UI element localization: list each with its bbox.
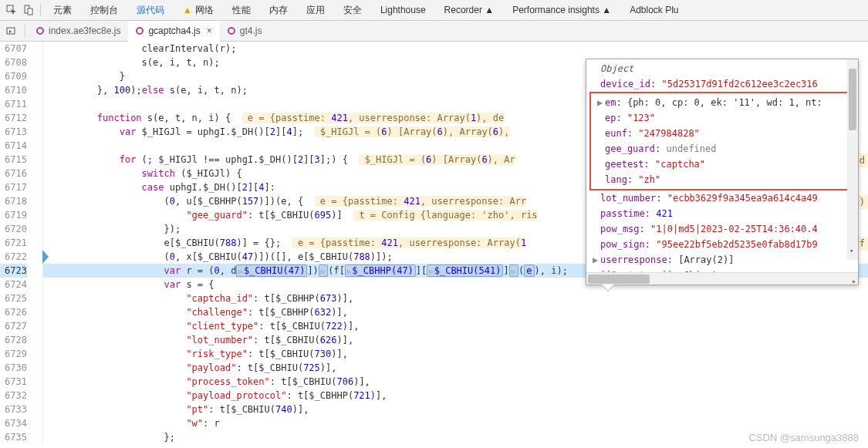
close-icon[interactable]: × <box>207 25 212 36</box>
line-number[interactable]: 6717 <box>0 180 27 194</box>
svg-rect-3 <box>7 28 15 34</box>
object-inspector-popup[interactable]: ▾ Object device_id: "5d25317d91fd2c612ee… <box>586 59 859 285</box>
page-nav-icon[interactable] <box>0 26 22 35</box>
arrow-right-icon[interactable]: ▸ <box>852 274 856 289</box>
tab-Recorder ▲[interactable]: Recorder ▲ <box>435 0 504 21</box>
code-line[interactable]: "challenge": t[$_CBHHP(632)], <box>43 305 868 319</box>
line-number[interactable]: 6734 <box>0 416 27 430</box>
line-number[interactable]: 6732 <box>0 389 27 403</box>
prop-row[interactable]: gee_guard: undefined <box>591 141 853 157</box>
tab-安全[interactable]: 安全 <box>334 0 371 21</box>
tab-Performance insights ▲[interactable]: Performance insights ▲ <box>503 0 620 21</box>
line-number[interactable]: 6710 <box>0 83 27 97</box>
code-line[interactable]: "process_token": t[$_CBHIU(706)], <box>43 375 868 389</box>
line-number[interactable]: 6719 <box>0 208 27 222</box>
file-tab[interactable]: gcaptcha4.js× <box>128 21 219 42</box>
separator <box>40 4 41 16</box>
line-number[interactable]: 6721 <box>0 236 27 250</box>
line-number[interactable]: 6726 <box>0 305 27 319</box>
prop-row[interactable]: eunf: "247984828" <box>591 126 853 141</box>
code-editor: 6707670867096710671167126713671467156716… <box>0 42 868 448</box>
js-file-icon <box>136 27 144 35</box>
js-file-icon <box>228 27 235 35</box>
file-tab-bar: index.ae3fec8e.jsgcaptcha4.js×gt4.js <box>0 21 868 42</box>
highlighted-props: ▶em: {ph: 0, cp: 0, ek: '11', wd: 1, nt:… <box>589 92 855 190</box>
tab-Lighthouse[interactable]: Lighthouse <box>371 0 435 21</box>
line-number[interactable]: 6725 <box>0 291 27 305</box>
line-number[interactable]: 6713 <box>0 125 27 139</box>
code-line[interactable]: "lot_number": t[$_CBHIU(626)], <box>43 333 868 347</box>
separator <box>25 25 25 37</box>
line-number[interactable]: 6714 <box>0 139 27 153</box>
code-line[interactable]: "payload": t[$_CBHIU(725)], <box>43 361 868 375</box>
line-number[interactable]: 6731 <box>0 375 27 389</box>
watermark: CSDN @samsunga3888 <box>748 432 859 443</box>
tab-Adblock Plu[interactable]: Adblock Plu <box>620 0 687 21</box>
popup-hscroll[interactable]: ▸ <box>586 272 858 285</box>
code-line[interactable]: clearInterval(r); <box>43 42 868 56</box>
tab-性能[interactable]: 性能 <box>223 0 260 21</box>
prop-row[interactable]: pow_msg: "1|0|md5|2023-02-25T14:36:40.4 <box>586 221 858 237</box>
prop-row[interactable]: ▶userresponse: [Array(2)] <box>586 252 858 268</box>
line-gutter: 6707670867096710671167126713671467156716… <box>0 42 43 444</box>
popup-vscroll[interactable]: ▾ <box>847 59 858 260</box>
prop-row[interactable]: geetest: "captcha" <box>591 157 853 172</box>
line-number[interactable]: 6727 <box>0 319 27 333</box>
code-line[interactable]: "pt": t[$_CBHIU(740)], <box>43 403 868 416</box>
tab-应用[interactable]: 应用 <box>297 0 334 21</box>
line-number[interactable]: 6708 <box>0 56 27 69</box>
main-tabs: 元素控制台源代码▲网络性能内存应用安全LighthouseRecorder ▲P… <box>44 0 865 21</box>
tab-网络[interactable]: ▲网络 <box>174 0 223 21</box>
file-tabs: index.ae3fec8e.jsgcaptcha4.js×gt4.js <box>29 21 270 42</box>
line-number[interactable]: 6709 <box>0 69 27 83</box>
code-line[interactable]: "captcha_id": t[$_CBHHP(673)], <box>43 291 868 305</box>
tab-内存[interactable]: 内存 <box>260 0 297 21</box>
code-line[interactable]: }; <box>43 430 868 444</box>
warning-icon: ▲ <box>183 5 192 15</box>
tab-元素[interactable]: 元素 <box>44 0 81 21</box>
expand-icon[interactable]: ▶ <box>597 95 605 110</box>
tab-控制台[interactable]: 控制台 <box>81 0 127 21</box>
devtools-toolbar: 元素控制台源代码▲网络性能内存应用安全LighthouseRecorder ▲P… <box>0 0 868 21</box>
code-line[interactable]: "risk_type": t[$_CBHIU(730)], <box>43 347 868 361</box>
prop-row[interactable]: ▶em: {ph: 0, cp: 0, ek: '11', wd: 1, nt: <box>591 95 853 110</box>
line-number[interactable]: 6723 <box>0 264 27 278</box>
vscroll-thumb[interactable] <box>849 69 856 130</box>
js-file-icon <box>36 27 44 35</box>
line-number[interactable]: 6707 <box>0 42 27 56</box>
file-tab-label: gt4.js <box>240 25 262 36</box>
line-number[interactable]: 6722 <box>0 250 27 264</box>
prop-row[interactable]: ep: "123" <box>591 110 853 126</box>
prop-row[interactable]: pow_sign: "95ee22bf5eb2d5235e0fab8d17b9 <box>586 237 858 252</box>
file-tab[interactable]: index.ae3fec8e.js <box>29 21 128 42</box>
file-tab-label: gcaptcha4.js <box>148 25 200 36</box>
prop-row[interactable]: lot_number: "ecbb3629f9a345ea9a614c4a49 <box>586 190 858 206</box>
popup-header: Object <box>586 61 858 76</box>
device-icon[interactable] <box>20 2 37 19</box>
line-number[interactable]: 6718 <box>0 194 27 208</box>
line-number[interactable]: 6729 <box>0 347 27 361</box>
code-line[interactable]: "client_type": t[$_CBHIU(722)], <box>43 319 868 333</box>
inspect-icon[interactable] <box>3 2 20 19</box>
code-line[interactable]: "w": r <box>43 416 868 430</box>
line-number[interactable]: 6712 <box>0 111 27 125</box>
file-tab[interactable]: gt4.js <box>220 21 270 42</box>
line-number[interactable]: 6720 <box>0 222 27 236</box>
prop-row[interactable]: device_id: "5d25317d91fd2c612ee3c2ec316 <box>586 76 858 92</box>
line-number[interactable]: 6715 <box>0 153 27 167</box>
line-number[interactable]: 6735 <box>0 430 27 444</box>
hscroll-thumb[interactable] <box>588 275 650 284</box>
line-number[interactable]: 6716 <box>0 167 27 180</box>
code-line[interactable]: "payload_protocol": t[$_CBHHP(721)], <box>43 389 868 403</box>
arrow-down-icon[interactable]: ▾ <box>849 243 853 258</box>
line-number[interactable]: 6730 <box>0 361 27 375</box>
line-number[interactable]: 6728 <box>0 333 27 347</box>
line-number[interactable]: 6724 <box>0 278 27 291</box>
file-tab-label: index.ae3fec8e.js <box>49 25 120 36</box>
tab-源代码[interactable]: 源代码 <box>127 0 174 21</box>
line-number[interactable]: 6711 <box>0 97 27 111</box>
expand-icon[interactable]: ▶ <box>593 252 600 268</box>
prop-row[interactable]: lang: "zh" <box>591 172 853 187</box>
prop-row[interactable]: passtime: 421 <box>586 206 858 221</box>
line-number[interactable]: 6733 <box>0 403 27 416</box>
